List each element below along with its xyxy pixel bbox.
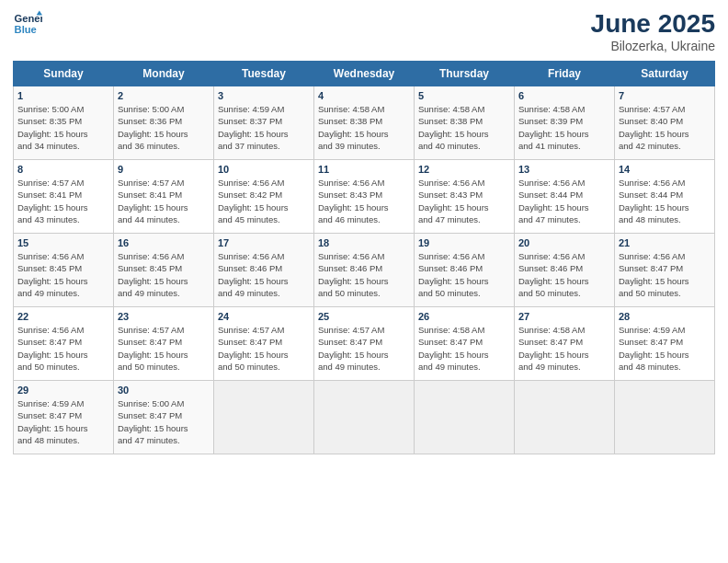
day-number: 22 [17, 311, 109, 322]
calendar-week-1: 1Sunrise: 5:00 AMSunset: 8:35 PMDaylight… [14, 86, 715, 160]
day-number: 26 [418, 311, 510, 322]
day-number: 18 [318, 237, 410, 248]
day-info: Sunrise: 4:56 AMSunset: 8:46 PMDaylight:… [518, 250, 610, 299]
header-monday: Monday [114, 62, 214, 86]
table-row: 20Sunrise: 4:56 AMSunset: 8:46 PMDayligh… [515, 234, 615, 307]
table-row: 10Sunrise: 4:56 AMSunset: 8:42 PMDayligh… [214, 160, 314, 234]
day-info: Sunrise: 4:59 AMSunset: 8:37 PMDaylight:… [218, 103, 310, 152]
header-sunday: Sunday [14, 62, 114, 86]
header-saturday: Saturday [615, 62, 715, 86]
table-row: 30Sunrise: 5:00 AMSunset: 8:47 PMDayligh… [114, 381, 214, 454]
day-info: Sunrise: 4:56 AMSunset: 8:46 PMDaylight:… [318, 250, 410, 299]
table-row [314, 381, 415, 454]
table-row: 28Sunrise: 4:59 AMSunset: 8:47 PMDayligh… [615, 307, 715, 381]
table-row: 4Sunrise: 4:58 AMSunset: 8:38 PMDaylight… [314, 86, 415, 160]
day-info: Sunrise: 4:56 AMSunset: 8:42 PMDaylight:… [218, 177, 310, 225]
table-row: 8Sunrise: 4:57 AMSunset: 8:41 PMDaylight… [14, 160, 114, 234]
day-info: Sunrise: 4:58 AMSunset: 8:47 PMDaylight:… [518, 324, 610, 373]
day-info: Sunrise: 4:56 AMSunset: 8:46 PMDaylight:… [418, 250, 510, 299]
calendar-table: Sunday Monday Tuesday Wednesday Thursday… [13, 61, 715, 454]
table-row: 13Sunrise: 4:56 AMSunset: 8:44 PMDayligh… [515, 160, 615, 234]
calendar-week-4: 22Sunrise: 4:56 AMSunset: 8:47 PMDayligh… [14, 307, 715, 381]
day-info: Sunrise: 4:56 AMSunset: 8:44 PMDaylight:… [619, 177, 711, 225]
day-info: Sunrise: 4:56 AMSunset: 8:43 PMDaylight:… [418, 177, 510, 225]
table-row: 29Sunrise: 4:59 AMSunset: 8:47 PMDayligh… [14, 381, 114, 454]
day-info: Sunrise: 4:56 AMSunset: 8:43 PMDaylight:… [318, 177, 410, 225]
day-number: 2 [118, 90, 210, 101]
svg-text:Blue: Blue [15, 24, 37, 35]
day-info: Sunrise: 4:59 AMSunset: 8:47 PMDaylight:… [619, 324, 711, 373]
day-info: Sunrise: 4:56 AMSunset: 8:47 PMDaylight:… [17, 324, 109, 373]
day-info: Sunrise: 4:57 AMSunset: 8:47 PMDaylight:… [118, 324, 210, 373]
table-row: 16Sunrise: 4:56 AMSunset: 8:45 PMDayligh… [114, 234, 214, 307]
calendar-week-2: 8Sunrise: 4:57 AMSunset: 8:41 PMDaylight… [14, 160, 715, 234]
table-row: 18Sunrise: 4:56 AMSunset: 8:46 PMDayligh… [314, 234, 415, 307]
calendar-week-3: 15Sunrise: 4:56 AMSunset: 8:45 PMDayligh… [14, 234, 715, 307]
table-row: 5Sunrise: 4:58 AMSunset: 8:38 PMDaylight… [415, 86, 515, 160]
table-row: 25Sunrise: 4:57 AMSunset: 8:47 PMDayligh… [314, 307, 415, 381]
day-number: 17 [218, 237, 310, 248]
table-row: 23Sunrise: 4:57 AMSunset: 8:47 PMDayligh… [114, 307, 214, 381]
table-row: 15Sunrise: 4:56 AMSunset: 8:45 PMDayligh… [14, 234, 114, 307]
day-number: 27 [518, 311, 610, 322]
day-info: Sunrise: 4:57 AMSunset: 8:47 PMDaylight:… [218, 324, 310, 373]
day-number: 23 [118, 311, 210, 322]
table-row: 17Sunrise: 4:56 AMSunset: 8:46 PMDayligh… [214, 234, 314, 307]
table-row: 26Sunrise: 4:58 AMSunset: 8:47 PMDayligh… [415, 307, 515, 381]
day-info: Sunrise: 4:58 AMSunset: 8:39 PMDaylight:… [518, 103, 610, 152]
day-number: 12 [418, 164, 510, 175]
day-number: 13 [518, 164, 610, 175]
day-info: Sunrise: 5:00 AMSunset: 8:35 PMDaylight:… [17, 103, 109, 152]
day-info: Sunrise: 4:57 AMSunset: 8:41 PMDaylight:… [118, 177, 210, 225]
day-number: 29 [17, 385, 109, 396]
day-info: Sunrise: 4:56 AMSunset: 8:47 PMDaylight:… [619, 250, 711, 299]
table-row: 9Sunrise: 4:57 AMSunset: 8:41 PMDaylight… [114, 160, 214, 234]
day-number: 15 [17, 237, 109, 248]
day-info: Sunrise: 5:00 AMSunset: 8:36 PMDaylight:… [118, 103, 210, 152]
table-row: 1Sunrise: 5:00 AMSunset: 8:35 PMDaylight… [14, 86, 114, 160]
table-row: 2Sunrise: 5:00 AMSunset: 8:36 PMDaylight… [114, 86, 214, 160]
day-info: Sunrise: 4:59 AMSunset: 8:47 PMDaylight:… [17, 397, 109, 446]
day-number: 5 [418, 90, 510, 101]
calendar-week-5: 29Sunrise: 4:59 AMSunset: 8:47 PMDayligh… [14, 381, 715, 454]
page-title: June 2025 [591, 9, 715, 39]
day-number: 25 [318, 311, 410, 322]
header-wednesday: Wednesday [314, 62, 415, 86]
page-subtitle: Bilozerka, Ukraine [591, 39, 715, 53]
day-info: Sunrise: 4:56 AMSunset: 8:46 PMDaylight:… [218, 250, 310, 299]
day-number: 3 [218, 90, 310, 101]
day-info: Sunrise: 4:58 AMSunset: 8:38 PMDaylight:… [318, 103, 410, 152]
day-number: 16 [118, 237, 210, 248]
day-number: 28 [619, 311, 711, 322]
day-info: Sunrise: 4:57 AMSunset: 8:41 PMDaylight:… [17, 177, 109, 225]
table-row [415, 381, 515, 454]
day-number: 21 [619, 237, 711, 248]
day-number: 9 [118, 164, 210, 175]
table-row: 6Sunrise: 4:58 AMSunset: 8:39 PMDaylight… [515, 86, 615, 160]
table-row [214, 381, 314, 454]
table-row: 22Sunrise: 4:56 AMSunset: 8:47 PMDayligh… [14, 307, 114, 381]
logo: General Blue [13, 9, 42, 39]
title-block: June 2025 Bilozerka, Ukraine [591, 9, 715, 53]
header-friday: Friday [515, 62, 615, 86]
table-row: 11Sunrise: 4:56 AMSunset: 8:43 PMDayligh… [314, 160, 415, 234]
day-info: Sunrise: 4:56 AMSunset: 8:44 PMDaylight:… [518, 177, 610, 225]
table-row: 21Sunrise: 4:56 AMSunset: 8:47 PMDayligh… [615, 234, 715, 307]
day-info: Sunrise: 4:58 AMSunset: 8:38 PMDaylight:… [418, 103, 510, 152]
day-number: 19 [418, 237, 510, 248]
header-tuesday: Tuesday [214, 62, 314, 86]
day-info: Sunrise: 4:58 AMSunset: 8:47 PMDaylight:… [418, 324, 510, 373]
table-row: 27Sunrise: 4:58 AMSunset: 8:47 PMDayligh… [515, 307, 615, 381]
day-number: 20 [518, 237, 610, 248]
table-row: 19Sunrise: 4:56 AMSunset: 8:46 PMDayligh… [415, 234, 515, 307]
day-number: 8 [17, 164, 109, 175]
day-info: Sunrise: 5:00 AMSunset: 8:47 PMDaylight:… [118, 397, 210, 446]
table-row: 24Sunrise: 4:57 AMSunset: 8:47 PMDayligh… [214, 307, 314, 381]
table-row: 3Sunrise: 4:59 AMSunset: 8:37 PMDaylight… [214, 86, 314, 160]
table-row [615, 381, 715, 454]
day-number: 11 [318, 164, 410, 175]
header-thursday: Thursday [415, 62, 515, 86]
table-row [515, 381, 615, 454]
day-info: Sunrise: 4:56 AMSunset: 8:45 PMDaylight:… [118, 250, 210, 299]
day-number: 30 [118, 385, 210, 396]
